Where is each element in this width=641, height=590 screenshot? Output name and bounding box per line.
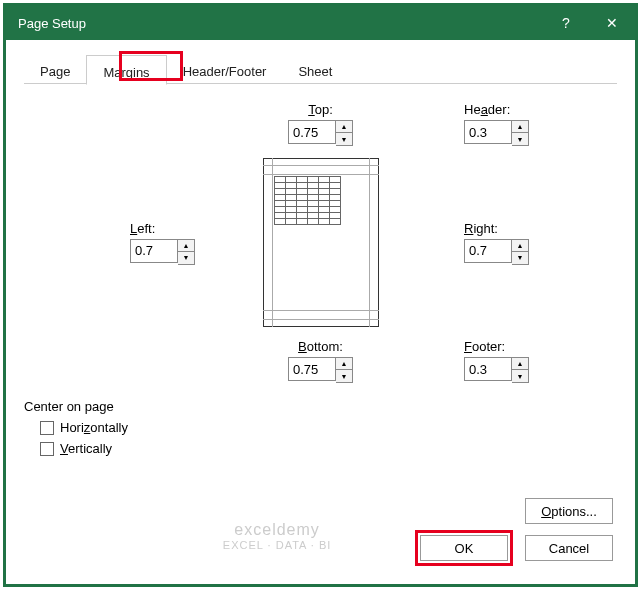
right-margin-group: Right: ▲▼ [432,146,617,339]
bottom-spinner[interactable]: ▲▼ [288,357,353,383]
right-spin-buttons[interactable]: ▲▼ [512,239,529,265]
titlebar-title: Page Setup [18,16,543,31]
spin-down-icon[interactable]: ▼ [336,370,352,382]
tab-strip: Page Margins Header/Footer Sheet [24,54,617,84]
header-spinner[interactable]: ▲▼ [464,120,529,146]
horizontally-checkbox-row[interactable]: Horizontally [40,420,617,435]
footer-label: Footer: [464,339,505,354]
header-input[interactable] [464,120,512,144]
spin-up-icon[interactable]: ▲ [512,240,528,252]
vertically-label: Vertically [60,441,112,456]
top-label: Top: [308,102,333,117]
tab-margins[interactable]: Margins [86,55,166,85]
watermark: exceldemy EXCEL · DATA · BI [223,521,332,551]
help-button[interactable]: ? [543,6,589,40]
titlebar: Page Setup ? ✕ [6,6,635,40]
cancel-button[interactable]: Cancel [525,535,613,561]
spin-down-icon[interactable]: ▼ [336,133,352,145]
footer-spin-buttons[interactable]: ▲▼ [512,357,529,383]
spin-down-icon[interactable]: ▼ [512,252,528,264]
bottom-input[interactable] [288,357,336,381]
tab-page[interactable]: Page [24,54,86,84]
top-spin-buttons[interactable]: ▲▼ [336,120,353,146]
left-spinner[interactable]: ▲▼ [130,239,195,265]
ok-button[interactable]: OK [420,535,508,561]
header-label: Header: [464,102,510,117]
footer-spinner[interactable]: ▲▼ [464,357,529,383]
bottom-margin-group: Bottom: ▲▼ [209,339,432,383]
top-margin-group: Top: ▲▼ [209,102,432,146]
right-spinner[interactable]: ▲▼ [464,239,529,265]
right-input[interactable] [464,239,512,263]
dialog-body: Page Margins Header/Footer Sheet Top: ▲▼… [6,40,635,584]
left-margin-group: Left: ▲▼ [24,146,209,339]
bottom-label: Bottom: [298,339,343,354]
spin-down-icon[interactable]: ▼ [512,370,528,382]
tab-sheet[interactable]: Sheet [282,54,348,84]
footer-input[interactable] [464,357,512,381]
close-button[interactable]: ✕ [589,6,635,40]
dialog-window: Page Setup ? ✕ Page Margins Header/Foote… [3,3,638,587]
options-button[interactable]: Options... [525,498,613,524]
bottom-spin-buttons[interactable]: ▲▼ [336,357,353,383]
spin-up-icon[interactable]: ▲ [512,358,528,370]
spin-up-icon[interactable]: ▲ [178,240,194,252]
page-preview [209,146,432,339]
top-input[interactable] [288,120,336,144]
preview-sheet-icon [275,177,347,225]
tab-header-footer[interactable]: Header/Footer [167,54,283,84]
header-margin-group: Header: ▲▼ [432,102,617,146]
ok-highlight: OK [415,530,513,566]
spin-down-icon[interactable]: ▼ [512,133,528,145]
dialog-footer: OK Cancel [415,530,613,566]
spin-down-icon[interactable]: ▼ [178,252,194,264]
footer-margin-group: Footer: ▲▼ [432,339,617,383]
right-label: Right: [464,221,498,236]
vertically-checkbox[interactable] [40,442,54,456]
spin-up-icon[interactable]: ▲ [336,121,352,133]
margins-grid: Top: ▲▼ Header: ▲▼ Left: [24,102,617,383]
spin-up-icon[interactable]: ▲ [336,358,352,370]
center-on-page-label: Center on page [24,399,617,414]
vertically-checkbox-row[interactable]: Vertically [40,441,617,456]
left-spin-buttons[interactable]: ▲▼ [178,239,195,265]
spin-up-icon[interactable]: ▲ [512,121,528,133]
horizontally-label: Horizontally [60,420,128,435]
header-spin-buttons[interactable]: ▲▼ [512,120,529,146]
center-on-page-group: Center on page Horizontally Vertically [24,399,617,462]
top-spinner[interactable]: ▲▼ [288,120,353,146]
horizontally-checkbox[interactable] [40,421,54,435]
left-input[interactable] [130,239,178,263]
left-label: Left: [130,221,155,236]
